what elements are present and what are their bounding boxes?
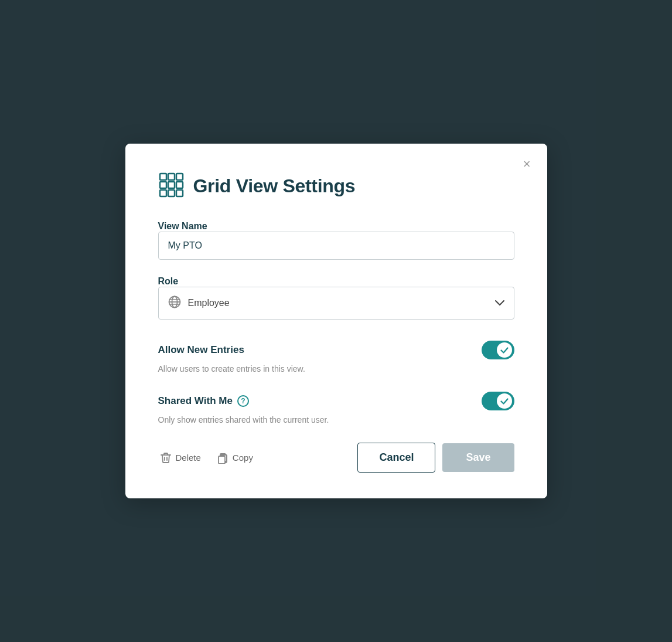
allow-new-entries-toggle[interactable]: [482, 341, 514, 359]
allow-new-entries-description: Allow users to create entries in this vi…: [158, 363, 514, 375]
delete-button[interactable]: Delete: [158, 450, 203, 466]
svg-rect-6: [160, 190, 166, 196]
modal-title: Grid View Settings: [193, 175, 356, 197]
shared-with-me-row: Shared With Me ?: [158, 392, 514, 410]
view-name-input[interactable]: [158, 232, 514, 260]
role-selected-value: Employee: [188, 298, 230, 308]
copy-button[interactable]: Copy: [215, 450, 255, 466]
globe-icon: [168, 295, 181, 311]
modal-dialog: × Grid View Settings View Name: [125, 144, 547, 498]
modal-overlay: × Grid View Settings View Name: [0, 0, 672, 642]
modal-header: Grid View Settings: [158, 172, 514, 200]
copy-label: Copy: [233, 453, 253, 463]
shared-with-me-description: Only show entries shared with the curren…: [158, 414, 514, 426]
svg-rect-3: [160, 182, 166, 188]
close-button[interactable]: ×: [521, 155, 533, 173]
shared-with-me-toggle[interactable]: [482, 392, 514, 410]
svg-rect-2: [176, 174, 183, 180]
save-button[interactable]: Save: [442, 443, 514, 472]
allow-new-entries-row: Allow New Entries: [158, 341, 514, 359]
footer-left-actions: Delete Copy: [158, 450, 255, 466]
cancel-button[interactable]: Cancel: [357, 443, 435, 473]
svg-rect-4: [168, 182, 175, 188]
help-icon[interactable]: ?: [237, 395, 249, 407]
allow-new-entries-label: Allow New Entries: [158, 344, 244, 356]
role-select[interactable]: Employee: [158, 287, 514, 320]
svg-rect-5: [176, 182, 183, 188]
view-name-label: View Name: [158, 221, 207, 231]
shared-with-me-label: Shared With Me ?: [158, 395, 249, 407]
role-label: Role: [158, 276, 179, 286]
svg-rect-0: [160, 174, 166, 180]
svg-rect-15: [219, 456, 225, 464]
svg-rect-7: [168, 190, 175, 196]
footer-right-actions: Cancel Save: [357, 443, 514, 473]
chevron-down-icon: [495, 298, 504, 308]
svg-rect-8: [176, 190, 183, 196]
grid-icon: [158, 172, 184, 200]
svg-rect-1: [168, 174, 175, 180]
modal-footer: Delete Copy Cancel Save: [158, 443, 514, 473]
delete-label: Delete: [176, 453, 201, 463]
